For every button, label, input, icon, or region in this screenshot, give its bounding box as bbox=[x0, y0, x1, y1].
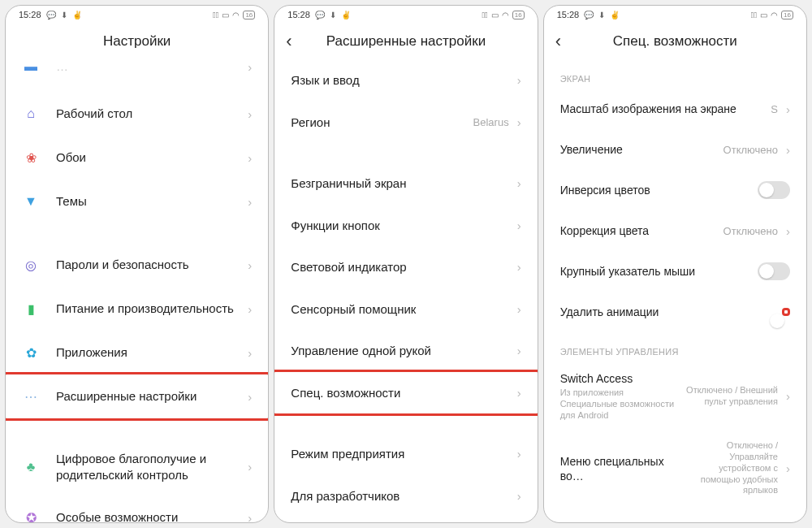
row-fullscreen[interactable]: Безграничный экран › bbox=[274, 162, 537, 205]
clock: 15:28 bbox=[287, 10, 310, 19]
download-icon: ⬇ bbox=[61, 11, 67, 19]
row-notifications[interactable]: ▬ … › bbox=[6, 59, 268, 92]
row-label: Регион bbox=[291, 115, 473, 131]
battery-row-icon: ▮ bbox=[22, 300, 40, 318]
row-label: Безграничный экран bbox=[291, 175, 516, 192]
row-buttons[interactable]: Функции кнопок › bbox=[274, 205, 537, 247]
row-label: Приложения bbox=[56, 344, 248, 361]
download-icon: ⬇ bbox=[598, 11, 605, 19]
phone-settings: 15:28 💬 ⬇ ✌ ✕⃝ ▭ ◠ 16 Настройки ▬ … › ⌂ … bbox=[5, 5, 269, 523]
row-label: Удалить анимации bbox=[560, 305, 782, 319]
row-color-correction[interactable]: Коррекция цвета Отключено › bbox=[544, 210, 806, 251]
apps-icon: ✿ bbox=[22, 344, 40, 361]
section-controls: ЭЛЕМЕНТЫ УПРАВЛЕНИЯ bbox=[544, 332, 806, 361]
row-accessibility[interactable]: Спец. возможности › bbox=[274, 370, 537, 417]
status-bar: 15:28 💬 ⬇ ✌ ✕⃝ ▭ ◠ 16 bbox=[274, 6, 537, 24]
row-magnification[interactable]: Увеличение Отключено › bbox=[544, 129, 806, 170]
row-label: Особые возможности bbox=[56, 509, 248, 522]
misc-icon: ✌ bbox=[341, 11, 351, 19]
chevron-right-icon: › bbox=[786, 224, 790, 238]
chevron-right-icon: › bbox=[248, 258, 252, 272]
clock: 15:28 bbox=[557, 10, 580, 19]
chat-icon: 💬 bbox=[46, 11, 56, 19]
chevron-right-icon: › bbox=[517, 176, 521, 190]
row-remove-animations[interactable]: Удалить анимации bbox=[544, 292, 806, 332]
dnd-icon: ✕⃝ bbox=[213, 11, 218, 19]
chevron-right-icon: › bbox=[517, 344, 521, 357]
clock: 15:28 bbox=[19, 10, 41, 19]
row-label: Световой индикатор bbox=[291, 259, 516, 275]
chevron-right-icon: › bbox=[248, 195, 252, 209]
chevron-right-icon: › bbox=[786, 143, 790, 157]
themes-icon: ▼ bbox=[22, 193, 40, 210]
row-apps[interactable]: ✿ Приложения › bbox=[6, 331, 268, 374]
row-advanced-settings[interactable]: ⋯ Расширенные настройки › bbox=[6, 372, 268, 421]
chevron-right-icon: › bbox=[248, 511, 252, 523]
sim-icon: ▭ bbox=[491, 11, 499, 19]
row-label: Увеличение bbox=[560, 142, 723, 157]
row-large-pointer[interactable]: Крупный указатель мыши bbox=[544, 251, 806, 292]
accessibility-list: ЭКРАН Масштаб изображения на экране S › … bbox=[544, 59, 806, 522]
settings-list: ▬ … › ⌂ Рабочий стол › ❀ Обои › ▼ Темы ›… bbox=[6, 59, 268, 522]
chevron-right-icon: › bbox=[786, 461, 790, 475]
back-button[interactable]: ‹ bbox=[286, 32, 292, 50]
chevron-right-icon: › bbox=[517, 386, 521, 400]
row-language[interactable]: Язык и ввод › bbox=[274, 59, 537, 102]
row-label: Меню специальных во… bbox=[560, 454, 680, 483]
chat-icon: 💬 bbox=[315, 11, 325, 19]
status-bar: 15:28 💬 ⬇ ✌ ✕⃝ ▭ ◠ 16 bbox=[544, 6, 806, 24]
row-security[interactable]: ◎ Пароли и безопасность › bbox=[6, 243, 268, 287]
row-label: Управление одной рукой bbox=[291, 343, 516, 359]
row-onehand[interactable]: Управление одной рукой › bbox=[274, 330, 537, 372]
row-label: Сенсорный помощник bbox=[291, 301, 516, 318]
accessibility-icon: ✪ bbox=[22, 509, 40, 522]
notifications-icon: ▬ bbox=[22, 59, 40, 76]
row-wallpaper[interactable]: ❀ Обои › bbox=[6, 136, 268, 180]
download-icon: ⬇ bbox=[330, 11, 336, 19]
row-quickball[interactable]: Сенсорный помощник › bbox=[274, 288, 537, 331]
chevron-right-icon: › bbox=[517, 115, 521, 129]
row-region[interactable]: Регион Belarus › bbox=[274, 102, 537, 144]
chevron-right-icon: › bbox=[517, 219, 521, 232]
row-desktop[interactable]: ⌂ Рабочий стол › bbox=[6, 92, 268, 136]
row-wellbeing[interactable]: ♣ Цифровое благополучие и родительский к… bbox=[6, 438, 268, 496]
chevron-right-icon: › bbox=[517, 489, 521, 503]
page-title: Спец. возможности bbox=[613, 33, 737, 50]
page-title: Расширенные настройки bbox=[326, 33, 486, 50]
toggle-color-inversion[interactable] bbox=[758, 181, 790, 199]
row-led[interactable]: Световой индикатор › bbox=[274, 246, 537, 288]
row-themes[interactable]: ▼ Темы › bbox=[6, 180, 268, 223]
chevron-right-icon: › bbox=[248, 302, 252, 316]
header: ‹ Расширенные настройки bbox=[274, 24, 537, 59]
row-value: Отключено bbox=[723, 225, 778, 237]
row-accessibility-menu[interactable]: Меню специальных во… Отключено / Управля… bbox=[544, 431, 806, 506]
row-label: Для разработчиков bbox=[291, 488, 516, 504]
fingerprint-icon: ◎ bbox=[22, 256, 40, 274]
chevron-right-icon: › bbox=[248, 151, 252, 165]
row-label: Цифровое благополучие и родительский кон… bbox=[56, 451, 248, 483]
row-color-inversion[interactable]: Инверсия цветов bbox=[544, 170, 806, 210]
row-label: Обои bbox=[56, 149, 248, 166]
row-display-scale[interactable]: Масштаб изображения на экране S › bbox=[544, 89, 806, 129]
row-label: Питание и производительность bbox=[56, 301, 248, 317]
row-value: Отключено / Внешний пульт управления bbox=[680, 385, 778, 408]
battery-icon: 16 bbox=[243, 11, 255, 19]
row-switch-access[interactable]: Switch Access Из приложения Специальные … bbox=[544, 361, 806, 431]
home-icon: ⌂ bbox=[22, 105, 40, 123]
row-label: Пароли и безопасность bbox=[56, 257, 248, 273]
chevron-right-icon: › bbox=[248, 60, 252, 74]
row-enterprise[interactable]: Режим предприятия › bbox=[274, 433, 537, 475]
row-battery[interactable]: ▮ Питание и производительность › bbox=[6, 287, 268, 331]
chevron-right-icon: › bbox=[517, 260, 521, 274]
wellbeing-icon: ♣ bbox=[22, 458, 40, 476]
back-button[interactable]: ‹ bbox=[555, 32, 561, 50]
wifi-icon: ◠ bbox=[232, 11, 240, 19]
row-accessibility[interactable]: ✪ Особые возможности › bbox=[6, 496, 268, 522]
row-developer[interactable]: Для разработчиков › bbox=[274, 475, 537, 517]
chevron-right-icon: › bbox=[517, 302, 521, 316]
toggle-large-pointer[interactable] bbox=[758, 262, 790, 280]
row-value: S bbox=[771, 103, 778, 115]
highlight-box bbox=[782, 308, 790, 316]
chevron-right-icon: › bbox=[248, 107, 252, 121]
row-value: Отключено / Управляйте устройством с пом… bbox=[680, 440, 778, 496]
